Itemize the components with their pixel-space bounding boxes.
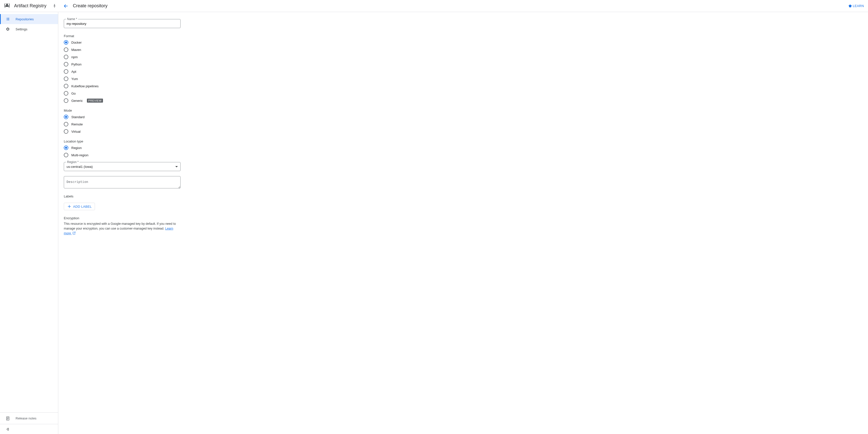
add-label-text: ADD LABEL xyxy=(73,205,92,208)
pin-icon xyxy=(53,4,57,8)
radio-icon xyxy=(64,153,68,157)
back-button[interactable] xyxy=(63,3,69,9)
svg-point-0 xyxy=(6,4,8,5)
radio-icon xyxy=(64,129,68,134)
create-repo-form: Name * Format Docker Maven xyxy=(64,19,181,236)
radio-label: Multi-region xyxy=(71,153,88,157)
radio-label: Virtual xyxy=(71,130,81,133)
encryption-body-text: This resource is encrypted with a Google… xyxy=(64,222,176,230)
resize-handle[interactable] xyxy=(177,185,180,188)
external-link-icon xyxy=(72,231,76,235)
radio-label: Maven xyxy=(71,48,81,52)
radio-icon xyxy=(64,115,68,119)
radio-icon xyxy=(64,47,68,52)
learn-label: LEARN xyxy=(853,4,864,8)
format-option-kubeflow[interactable]: Kubeflow pipelines xyxy=(64,83,181,89)
svg-point-2 xyxy=(7,5,8,7)
preview-badge: PREVIEW xyxy=(87,99,103,103)
labels-heading: Labels xyxy=(64,194,181,198)
product-name: Artifact Registry xyxy=(14,3,46,8)
location-type-heading: Location type xyxy=(64,139,181,143)
radio-label: Apt xyxy=(71,70,76,73)
release-notes-link[interactable]: Release notes xyxy=(0,412,58,424)
radio-label: Remote xyxy=(71,123,83,126)
format-option-python[interactable]: Python xyxy=(64,61,181,67)
format-option-maven[interactable]: Maven xyxy=(64,47,181,53)
encryption-heading: Encryption xyxy=(64,216,181,220)
mode-option-virtual[interactable]: Virtual xyxy=(64,128,181,134)
list-icon xyxy=(5,17,10,21)
radio-label: Kubeflow pipelines xyxy=(71,84,98,88)
description-field[interactable] xyxy=(64,176,181,189)
page-title: Create repository xyxy=(73,3,107,8)
graduation-cap-icon xyxy=(848,4,852,8)
radio-label: npm xyxy=(71,55,78,59)
radio-icon xyxy=(64,76,68,81)
topbar: Artifact Registry Create repository xyxy=(0,0,868,12)
radio-label: Docker xyxy=(71,41,82,44)
radio-label: Python xyxy=(71,63,82,66)
plus-icon xyxy=(67,204,71,209)
sidebar-collapse-button[interactable] xyxy=(0,424,58,434)
description-textarea[interactable] xyxy=(64,176,179,188)
radio-icon xyxy=(64,145,68,150)
radio-label: Generic xyxy=(71,99,83,103)
format-option-apt[interactable]: Apt xyxy=(64,68,181,74)
region-value: us-central1 (Iowa) xyxy=(67,165,93,169)
arrow-left-icon xyxy=(63,3,68,9)
sidebar-item-label: Settings xyxy=(16,27,27,31)
location-option-region[interactable]: Region xyxy=(64,145,181,151)
sidebar-item-label: Repositories xyxy=(16,17,34,21)
radio-icon xyxy=(64,91,68,96)
format-heading: Format xyxy=(64,34,181,38)
mode-option-remote[interactable]: Remote xyxy=(64,121,181,127)
gear-icon xyxy=(5,27,10,31)
radio-label: Region xyxy=(71,146,82,150)
radio-icon xyxy=(64,69,68,74)
sidebar-item-settings[interactable]: Settings xyxy=(0,24,58,34)
name-field[interactable]: Name * xyxy=(64,19,181,28)
radio-icon xyxy=(64,40,68,45)
mode-option-standard[interactable]: Standard xyxy=(64,114,181,120)
format-option-npm[interactable]: npm xyxy=(64,54,181,60)
learn-button[interactable]: LEARN xyxy=(848,4,864,8)
name-input[interactable] xyxy=(64,19,180,28)
radio-icon xyxy=(64,55,68,59)
location-option-multi-region[interactable]: Multi-region xyxy=(64,152,181,158)
add-label-button[interactable]: ADD LABEL xyxy=(64,203,95,210)
app-root: Artifact Registry Create repository xyxy=(0,0,868,434)
sidebar-nav: Repositories Settings xyxy=(0,12,58,412)
body: Repositories Settings Release notes xyxy=(0,12,868,434)
format-option-generic[interactable]: Generic PREVIEW xyxy=(64,98,181,104)
radio-label: Standard xyxy=(71,115,85,119)
radio-icon xyxy=(64,122,68,127)
chevron-left-bar-icon xyxy=(5,427,10,432)
svg-point-1 xyxy=(5,5,7,7)
region-select[interactable]: Region * us-central1 (Iowa) xyxy=(64,162,181,171)
location-type-radio-group: Region Multi-region xyxy=(64,145,181,158)
format-option-docker[interactable]: Docker xyxy=(64,39,181,45)
mode-heading: Mode xyxy=(64,109,181,112)
region-label: Region * xyxy=(66,160,80,164)
topbar-right: LEARN xyxy=(848,4,868,8)
sidebar-item-repositories[interactable]: Repositories xyxy=(0,14,58,24)
mode-radio-group: Standard Remote Virtual xyxy=(64,114,181,134)
sidebar: Repositories Settings Release notes xyxy=(0,12,58,434)
pin-button[interactable] xyxy=(51,2,58,9)
radio-icon xyxy=(64,84,68,88)
radio-icon xyxy=(64,98,68,103)
encryption-description: This resource is encrypted with a Google… xyxy=(64,222,181,236)
radio-label: Yum xyxy=(71,77,78,81)
chevron-down-icon xyxy=(175,166,178,167)
topbar-main: Create repository xyxy=(58,3,848,9)
format-option-yum[interactable]: Yum xyxy=(64,76,181,82)
topbar-left: Artifact Registry xyxy=(0,2,58,10)
artifact-registry-icon xyxy=(3,2,10,10)
release-notes-label: Release notes xyxy=(16,416,36,420)
format-option-go[interactable]: Go xyxy=(64,90,181,96)
radio-label: Go xyxy=(71,92,75,95)
radio-icon xyxy=(64,62,68,66)
name-label: Name * xyxy=(66,17,78,21)
format-radio-group: Docker Maven npm Python xyxy=(64,39,181,104)
main-content[interactable]: Name * Format Docker Maven xyxy=(58,12,868,434)
